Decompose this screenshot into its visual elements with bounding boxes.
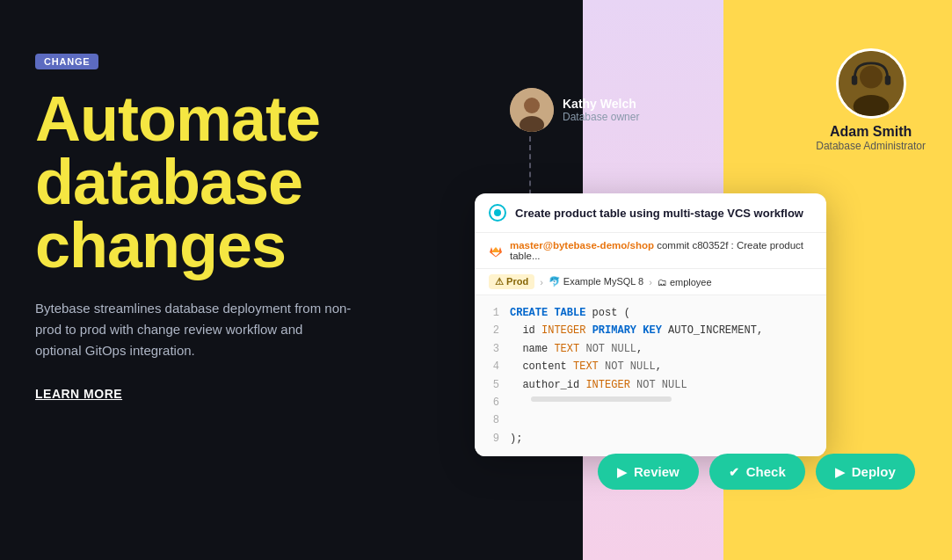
deploy-icon: ▶ <box>835 465 845 479</box>
gitlab-icon <box>489 244 503 258</box>
card-breadcrumb: ⚠ Prod › 🐬 Example MySQL 8 › 🗂 employee <box>475 269 826 295</box>
commit-hash: commit c80352f <box>657 240 728 251</box>
left-section: CHANGE Automate database changes Bytebas… <box>0 0 422 560</box>
svg-point-5 <box>860 66 883 89</box>
check-button[interactable]: ✔ Check <box>709 454 805 490</box>
card-commit-row: master@bytebase-demo/shop commit c80352f… <box>475 233 826 269</box>
adam-name: Adam Smith <box>816 124 926 140</box>
headline: Automate database changes <box>35 87 387 277</box>
avatar-kathy <box>510 88 554 132</box>
breadcrumb-table: 🗂 employee <box>658 277 712 287</box>
right-section: Kathy Welch Database owner Create produc… <box>422 0 952 560</box>
deploy-label: Deploy <box>852 464 896 479</box>
code-line-9: 9 ); <box>489 430 812 447</box>
description-text: Bytebase streamlines database deployment… <box>35 298 352 361</box>
action-buttons-container: ▶ Review ✔ Check ▶ Deploy <box>598 454 915 490</box>
code-line-1: 1 CREATE TABLE post ( <box>489 304 812 322</box>
code-line-2: 2 id INTEGER PRIMARY KEY AUTO_INCREMENT, <box>489 322 812 339</box>
adam-avatar-svg <box>839 48 904 119</box>
card-header: Create product table using multi-stage V… <box>475 193 826 233</box>
deploy-button[interactable]: ▶ Deploy <box>816 454 915 490</box>
vcs-icon <box>489 204 506 222</box>
commit-text: master@bytebase-demo/shop commit c80352f… <box>510 240 812 261</box>
svg-rect-8 <box>884 76 890 85</box>
commit-link: master@bytebase-demo/shop <box>510 240 654 251</box>
code-line-6: 6 <box>489 394 812 411</box>
headline-line2: database <box>35 147 302 217</box>
user-kathy-info: Kathy Welch Database owner <box>563 97 639 123</box>
breadcrumb-sep2: › <box>649 277 652 287</box>
user-kathy-container: Kathy Welch Database owner <box>510 88 639 132</box>
code-card: Create product table using multi-stage V… <box>475 193 826 456</box>
code-line-4: 4 content TEXT NOT NULL, <box>489 358 812 375</box>
svg-point-6 <box>853 95 889 118</box>
adam-role: Database Administrator <box>816 140 926 152</box>
kathy-avatar-svg <box>510 88 554 132</box>
breadcrumb-prod: ⚠ Prod <box>489 274 534 289</box>
review-label: Review <box>634 464 679 479</box>
change-badge: CHANGE <box>35 54 98 69</box>
code-line-5: 5 author_id INTEGER NOT NULL <box>489 376 812 394</box>
user-adam-container: Adam Smith Database Administrator <box>816 48 926 152</box>
check-icon: ✔ <box>729 465 739 479</box>
breadcrumb-db: 🐬 Example MySQL 8 <box>549 276 643 287</box>
check-label: Check <box>746 464 786 479</box>
kathy-role: Database owner <box>563 111 639 123</box>
avatar-adam <box>836 48 906 119</box>
code-line-3: 3 name TEXT NOT NULL, <box>489 340 812 358</box>
review-button[interactable]: ▶ Review <box>598 454 699 490</box>
svg-rect-7 <box>851 76 856 85</box>
kathy-name: Kathy Welch <box>563 97 639 111</box>
headline-line1: Automate <box>35 84 320 154</box>
breadcrumb-sep1: › <box>540 277 543 287</box>
svg-point-1 <box>524 98 540 113</box>
user-adam-info: Adam Smith Database Administrator <box>816 124 926 152</box>
learn-more-link[interactable]: LEARN MORE <box>35 387 122 401</box>
card-title: Create product table using multi-stage V… <box>515 207 803 220</box>
code-line-8: 8 <box>489 411 812 429</box>
review-icon: ▶ <box>617 465 627 479</box>
headline-line3: changes <box>35 210 286 280</box>
code-area: 1 CREATE TABLE post ( 2 id INTEGER PRIMA… <box>475 295 826 456</box>
